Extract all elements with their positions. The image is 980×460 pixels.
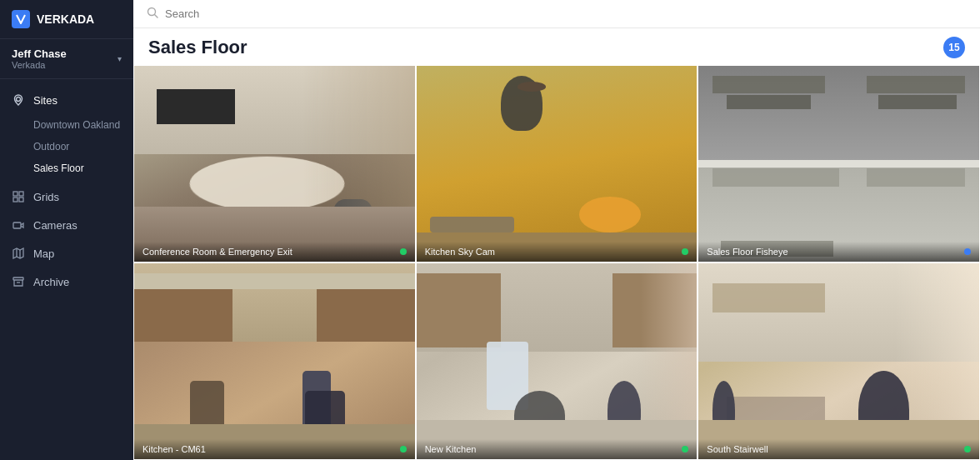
camera-name-sales-floor-fisheye: Sales Floor Fisheye bbox=[707, 247, 788, 257]
sidebar-item-grids-label: Grids bbox=[33, 191, 59, 203]
user-name: Jeff Chase bbox=[12, 48, 67, 60]
sidebar-item-sites-label: Sites bbox=[33, 94, 58, 107]
camera-label-sales-floor-fisheye: Sales Floor Fisheye bbox=[698, 242, 979, 262]
camera-label-kitchen-cm61: Kitchen - CM61 bbox=[134, 439, 415, 459]
camera-cell-kitchen-cm61[interactable]: Kitchen - CM61 bbox=[133, 262, 416, 460]
camera-cell-new-kitchen[interactable]: New Kitchen bbox=[416, 262, 698, 460]
status-dot-new-kitchen bbox=[682, 446, 688, 452]
sidebar-item-archive-label: Archive bbox=[33, 276, 69, 288]
archive-icon bbox=[12, 275, 25, 288]
sidebar-item-map-label: Map bbox=[33, 248, 54, 260]
camera-label-south-stairwell: South Stairwell bbox=[698, 439, 979, 459]
svg-point-0 bbox=[17, 98, 21, 102]
status-dot-south-stairwell bbox=[964, 446, 971, 452]
verkada-logo-icon bbox=[12, 10, 30, 28]
camera-count-badge: 15 bbox=[943, 37, 965, 58]
page-header: Sales Floor 15 bbox=[133, 28, 980, 65]
status-dot-conference-room bbox=[400, 248, 407, 255]
camera-label-kitchen-sky-cam: Kitchen Sky Cam bbox=[417, 242, 698, 262]
grid-icon bbox=[12, 190, 25, 203]
status-dot-sales-floor-fisheye bbox=[964, 248, 971, 255]
svg-rect-8 bbox=[13, 278, 23, 280]
camera-label-conference-room: Conference Room & Emergency Exit bbox=[134, 242, 415, 262]
sidebar-nav: Sites Downtown Oakland Outdoor Sales Flo… bbox=[0, 79, 133, 460]
search-input[interactable] bbox=[165, 8, 967, 20]
sidebar-item-outdoor[interactable]: Outdoor bbox=[0, 136, 133, 158]
sidebar-item-downtown-oakland[interactable]: Downtown Oakland bbox=[0, 114, 133, 136]
sidebar-item-sites[interactable]: Sites bbox=[0, 86, 133, 114]
camera-label-new-kitchen: New Kitchen bbox=[417, 439, 698, 459]
camera-name-south-stairwell: South Stairwell bbox=[707, 444, 768, 454]
sidebar-item-cameras[interactable]: Cameras bbox=[0, 211, 133, 239]
search-icon bbox=[147, 7, 158, 21]
user-org: Verkada bbox=[12, 60, 67, 70]
main-content: Sales Floor 15 Conference Room & Emergen… bbox=[133, 0, 980, 460]
sidebar-item-archive[interactable]: Archive bbox=[0, 268, 133, 296]
camera-name-conference-room: Conference Room & Emergency Exit bbox=[142, 247, 292, 257]
svg-rect-4 bbox=[19, 198, 23, 202]
sidebar-item-cameras-label: Cameras bbox=[33, 219, 78, 232]
sidebar-item-grids[interactable]: Grids bbox=[0, 182, 133, 211]
camera-name-new-kitchen: New Kitchen bbox=[425, 444, 477, 454]
verkada-logo-text: VERKADA bbox=[37, 12, 94, 26]
camera-name-kitchen-cm61: Kitchen - CM61 bbox=[142, 444, 206, 454]
chevron-down-icon: ▾ bbox=[118, 54, 122, 63]
svg-rect-5 bbox=[13, 222, 21, 228]
camera-icon bbox=[12, 218, 25, 232]
camera-cell-sales-floor-fisheye[interactable]: Sales Floor Fisheye bbox=[698, 65, 980, 262]
camera-cell-south-stairwell[interactable]: South Stairwell bbox=[698, 262, 980, 460]
camera-name-kitchen-sky-cam: Kitchen Sky Cam bbox=[425, 247, 495, 257]
camera-cell-conference-room[interactable]: Conference Room & Emergency Exit bbox=[133, 65, 416, 262]
map-icon bbox=[12, 247, 25, 260]
topbar bbox=[133, 0, 980, 28]
svg-line-11 bbox=[155, 15, 158, 18]
location-icon bbox=[12, 93, 25, 107]
camera-cell-kitchen-sky-cam[interactable]: Kitchen Sky Cam bbox=[416, 65, 698, 262]
status-dot-kitchen-sky-cam bbox=[682, 248, 688, 255]
camera-grid: Conference Room & Emergency Exit Kitchen… bbox=[133, 65, 980, 460]
sidebar: VERKADA Jeff Chase Verkada ▾ Sites Downt… bbox=[0, 0, 133, 460]
svg-rect-1 bbox=[13, 192, 18, 196]
status-dot-kitchen-cm61 bbox=[400, 446, 407, 452]
sidebar-item-sales-floor[interactable]: Sales Floor bbox=[0, 158, 133, 179]
svg-rect-3 bbox=[13, 198, 18, 202]
svg-rect-2 bbox=[19, 192, 23, 196]
page-title: Sales Floor bbox=[148, 37, 248, 58]
sites-subitems: Downtown Oakland Outdoor Sales Floor bbox=[0, 114, 133, 182]
logo-area: VERKADA bbox=[0, 0, 133, 39]
sidebar-item-map[interactable]: Map bbox=[0, 239, 133, 268]
user-profile[interactable]: Jeff Chase Verkada ▾ bbox=[0, 39, 133, 79]
user-info: Jeff Chase Verkada bbox=[12, 48, 67, 70]
